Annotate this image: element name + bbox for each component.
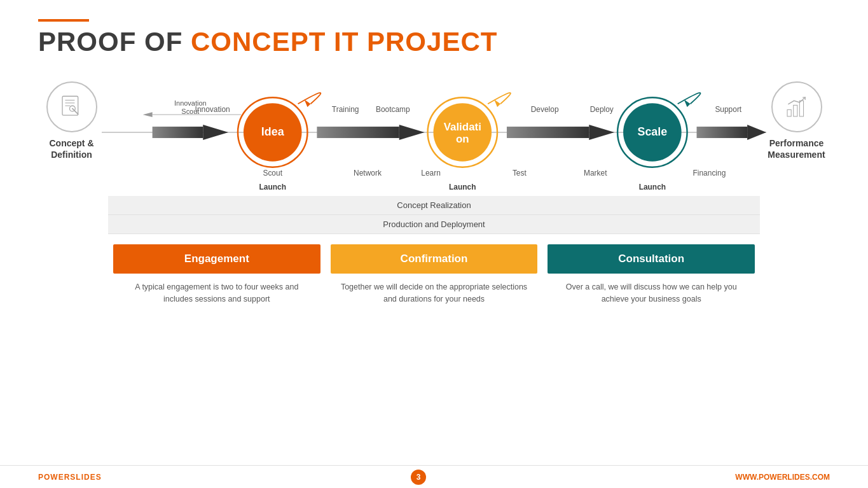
svg-text:Test: Test <box>513 169 527 178</box>
diagram-area: Concept & Definition Performance Measure… <box>38 69 830 196</box>
svg-marker-9 <box>203 125 228 140</box>
performance-icon-circle <box>771 81 822 132</box>
performance-svg-icon <box>783 93 811 121</box>
svg-text:Deploy: Deploy <box>590 105 614 114</box>
svg-text:Innovation: Innovation <box>174 99 206 107</box>
svg-marker-29 <box>143 112 153 117</box>
svg-rect-20 <box>507 127 589 138</box>
concept-definition-node: Concept & Definition <box>38 81 105 160</box>
title-orange: CONCEPT IT PROJECT <box>191 27 497 57</box>
page-title: PROOF OF CONCEPT IT PROJECT <box>38 27 830 57</box>
footer: POWERSLIDES 3 WWW.POWERLIDES.COM <box>0 465 868 488</box>
svg-text:Launch: Launch <box>639 183 666 192</box>
flow-svg: Idea Validati on Scale Innovation <box>102 69 766 196</box>
svg-text:on: on <box>456 133 469 145</box>
svg-marker-21 <box>589 125 614 140</box>
svg-rect-14 <box>317 127 399 138</box>
title-dark: PROOF OF <box>38 27 191 57</box>
info-bar-production: Production and Deployment <box>108 215 760 234</box>
svg-rect-5 <box>787 109 791 116</box>
engagement-card-header: Engagement <box>113 244 320 274</box>
cards-row: Engagement A typical engagement is two t… <box>108 244 760 305</box>
svg-marker-15 <box>399 125 425 140</box>
consultation-card-text: Over a call, we will discuss how we can … <box>548 281 755 305</box>
confirmation-card: Confirmation Together we will decide on … <box>331 244 538 305</box>
svg-text:Training: Training <box>332 105 359 114</box>
concept-icon-circle <box>46 81 97 132</box>
svg-text:Develop: Develop <box>531 105 559 114</box>
consultation-card: Consultation Over a call, we will discus… <box>548 244 755 305</box>
concept-svg-icon <box>58 93 86 121</box>
svg-rect-7 <box>799 101 803 116</box>
footer-website: WWW.POWERLIDES.COM <box>735 473 830 482</box>
svg-text:Support: Support <box>715 105 741 114</box>
svg-rect-10 <box>153 127 203 138</box>
performance-label: Performance Measurement <box>768 137 825 160</box>
svg-text:Market: Market <box>584 169 607 178</box>
brand-name: POWERSLIDES <box>38 473 102 482</box>
svg-rect-25 <box>697 127 748 138</box>
svg-text:Financing: Financing <box>693 169 726 178</box>
svg-marker-45 <box>494 99 500 107</box>
svg-text:Scale: Scale <box>637 125 667 138</box>
svg-text:Network: Network <box>354 169 382 178</box>
svg-text:Launch: Launch <box>259 183 286 192</box>
svg-marker-46 <box>684 99 691 107</box>
svg-text:Scout: Scout <box>181 108 199 115</box>
svg-text:Scout: Scout <box>263 169 282 178</box>
svg-text:Idea: Idea <box>261 125 285 138</box>
svg-rect-6 <box>793 105 797 116</box>
header-accent-line <box>38 19 89 22</box>
svg-text:Learn: Learn <box>421 169 441 178</box>
svg-text:Launch: Launch <box>449 183 476 192</box>
performance-measurement-node: Performance Measurement <box>763 81 830 160</box>
footer-center: 3 <box>102 470 736 485</box>
info-bars: Concept Realization Production and Deplo… <box>108 196 760 234</box>
confirmation-card-text: Together we will decide on the appropria… <box>331 281 538 305</box>
svg-text:Bootcamp: Bootcamp <box>376 105 410 114</box>
svg-marker-26 <box>747 125 766 140</box>
confirmation-card-header: Confirmation <box>331 244 538 274</box>
page-number: 3 <box>411 470 426 485</box>
info-bar-concept: Concept Realization <box>108 196 760 215</box>
engagement-card: Engagement A typical engagement is two t… <box>113 244 320 305</box>
engagement-card-text: A typical engagement is two to four week… <box>113 281 320 305</box>
concept-label: Concept & Definition <box>50 137 94 160</box>
consultation-card-header: Consultation <box>548 244 755 274</box>
svg-marker-44 <box>304 99 310 107</box>
svg-text:Validati: Validati <box>444 121 481 133</box>
